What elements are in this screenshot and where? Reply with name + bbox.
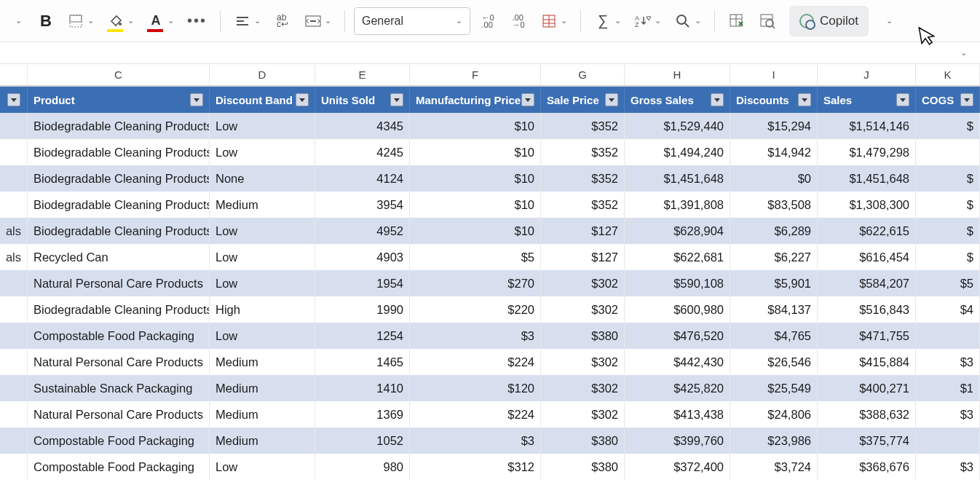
addins-button[interactable] <box>724 6 750 36</box>
table-cell[interactable]: $302 <box>541 296 625 323</box>
table-cell[interactable]: $1 <box>916 375 980 401</box>
table-format-button[interactable]: ⌄ <box>536 6 572 36</box>
table-row[interactable]: Compostable Food PackagingMedium1052$3$3… <box>0 427 980 454</box>
table-cell[interactable]: $6,289 <box>730 218 818 244</box>
number-format-select[interactable]: General ⌄ <box>354 7 470 35</box>
table-cell[interactable]: $400,271 <box>818 375 916 401</box>
borders-button[interactable]: ⌄ <box>63 6 98 36</box>
table-cell[interactable]: $380 <box>541 323 625 349</box>
table-row[interactable]: Biodegradable Cleaning ProductsLow4245$1… <box>0 139 980 165</box>
align-button[interactable]: ⌄ <box>229 6 265 36</box>
table-cell[interactable]: Biodegradable Cleaning Products <box>28 218 210 244</box>
table-cell[interactable]: $ <box>916 244 980 270</box>
column-header-cell[interactable]: G <box>541 64 625 85</box>
table-cell[interactable]: Compostable Food Packaging <box>28 323 210 349</box>
table-cell[interactable] <box>0 427 28 454</box>
table-cell[interactable]: $24,806 <box>730 401 818 427</box>
table-cell[interactable]: $1,479,298 <box>818 139 916 165</box>
table-cell[interactable]: 1954 <box>315 270 410 296</box>
table-cell[interactable]: 1369 <box>315 401 410 427</box>
filter-dropdown-icon[interactable] <box>896 93 909 106</box>
table-cell[interactable]: 1990 <box>315 296 410 323</box>
table-header-filter[interactable] <box>0 87 28 113</box>
table-cell[interactable] <box>0 323 28 349</box>
table-cell[interactable]: $352 <box>541 113 625 139</box>
table-row[interactable]: Compostable Food PackagingLow1254$3$380$… <box>0 323 980 349</box>
table-cell[interactable]: Biodegradable Cleaning Products <box>28 113 210 139</box>
table-cell[interactable]: None <box>210 165 315 192</box>
table-cell[interactable]: $1,451,648 <box>818 165 916 192</box>
table-row[interactable]: alsRecycled CanLow4903$5$127$622,681$6,2… <box>0 244 980 270</box>
table-cell[interactable]: $302 <box>541 270 625 296</box>
table-cell[interactable]: $ <box>916 218 980 244</box>
table-row[interactable]: Sustainable Snack PackagingMedium1410$12… <box>0 375 980 401</box>
table-cell[interactable] <box>0 113 28 139</box>
table-cell[interactable] <box>0 139 28 165</box>
table-cell[interactable]: $584,207 <box>818 270 916 296</box>
table-cell[interactable]: $388,632 <box>818 401 916 427</box>
filter-dropdown-icon[interactable] <box>190 93 203 106</box>
table-cell[interactable]: $590,108 <box>625 270 730 296</box>
table-cell[interactable]: $ <box>916 113 980 139</box>
fill-color-button[interactable]: ⌄ <box>103 6 138 36</box>
table-cell[interactable]: $10 <box>410 165 541 192</box>
increase-decimal-button[interactable]: .00→0 <box>505 6 532 36</box>
table-cell[interactable]: $ <box>916 165 980 192</box>
table-cell[interactable]: $1,451,648 <box>625 165 730 192</box>
table-cell[interactable]: $352 <box>541 139 625 165</box>
table-header-cell[interactable]: Manufacturing Price <box>410 87 541 113</box>
table-cell[interactable]: $3,724 <box>730 454 818 480</box>
table-cell[interactable]: $1,308,300 <box>818 192 916 218</box>
table-cell[interactable]: $413,438 <box>625 401 730 427</box>
table-cell[interactable]: Compostable Food Packaging <box>28 427 210 454</box>
table-cell[interactable]: 4124 <box>315 165 410 192</box>
table-cell[interactable]: $25,549 <box>730 375 818 401</box>
table-cell[interactable]: $1,529,440 <box>625 113 730 139</box>
table-cell[interactable]: $425,820 <box>625 375 730 401</box>
table-cell[interactable] <box>0 375 28 401</box>
filter-dropdown-icon[interactable] <box>605 93 618 106</box>
table-cell[interactable]: $10 <box>410 192 541 218</box>
collapse-ribbon-icon[interactable]: ⌄ <box>960 48 967 58</box>
table-cell[interactable]: $6,227 <box>730 244 818 270</box>
table-cell[interactable] <box>0 270 28 296</box>
table-cell[interactable]: $10 <box>410 113 541 139</box>
table-cell[interactable] <box>916 427 980 454</box>
column-header-cell[interactable]: D <box>210 64 315 85</box>
table-row[interactable]: alsBiodegradable Cleaning ProductsLow495… <box>0 218 980 244</box>
table-cell[interactable]: 1465 <box>315 349 410 375</box>
table-cell[interactable]: Medium <box>210 427 315 454</box>
column-headers[interactable]: CDEFGHIJK <box>0 64 980 86</box>
table-cell[interactable]: Natural Personal Care Products <box>28 270 210 296</box>
more-font-options[interactable]: ••• <box>183 6 211 36</box>
table-cell[interactable]: $127 <box>541 244 625 270</box>
table-cell[interactable]: 3954 <box>315 192 410 218</box>
table-cell[interactable]: als <box>0 218 28 244</box>
table-cell[interactable]: $622,615 <box>818 218 916 244</box>
find-button[interactable]: ⌄ <box>670 6 706 36</box>
table-header-cell[interactable]: Sales <box>818 87 916 113</box>
table-cell[interactable]: 980 <box>315 454 410 480</box>
table-cell[interactable]: $5,901 <box>730 270 818 296</box>
table-cell[interactable]: Low <box>210 270 315 296</box>
table-cell[interactable]: $3 <box>410 323 541 349</box>
table-header-cell[interactable]: Units Sold <box>315 87 410 113</box>
table-row[interactable]: Biodegradable Cleaning ProductsHigh1990$… <box>0 296 980 323</box>
table-cell[interactable]: $5 <box>916 270 980 296</box>
table-cell[interactable]: 4345 <box>315 113 410 139</box>
table-cell[interactable]: $302 <box>541 375 625 401</box>
table-cell[interactable]: $352 <box>541 192 625 218</box>
table-cell[interactable]: Low <box>210 323 315 349</box>
table-cell[interactable]: $616,454 <box>818 244 916 270</box>
table-cell[interactable] <box>0 165 28 192</box>
table-cell[interactable]: $83,508 <box>730 192 818 218</box>
table-row[interactable]: Biodegradable Cleaning ProductsMedium395… <box>0 192 980 218</box>
table-cell[interactable]: $10 <box>410 139 541 165</box>
table-cell[interactable]: $1,514,146 <box>818 113 916 139</box>
table-cell[interactable]: $270 <box>410 270 541 296</box>
table-cell[interactable] <box>916 139 980 165</box>
table-cell[interactable]: $ <box>916 192 980 218</box>
table-cell[interactable]: $352 <box>541 165 625 192</box>
table-cell[interactable]: $628,904 <box>625 218 730 244</box>
table-cell[interactable]: $10 <box>410 218 541 244</box>
